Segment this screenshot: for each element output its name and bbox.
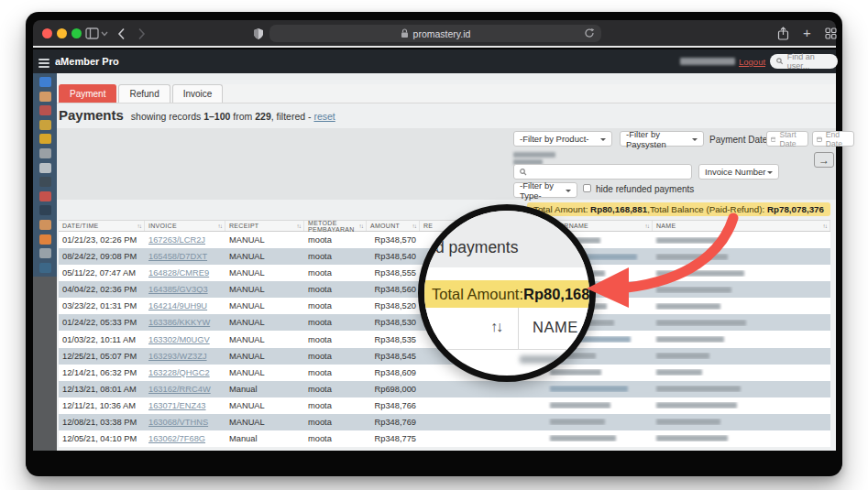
affiliates-group-icon[interactable] bbox=[39, 177, 51, 187]
invoice-link[interactable]: 163228/QHGC2 bbox=[148, 368, 210, 377]
column-header-amount[interactable]: AMOUNT↑↓ bbox=[367, 221, 420, 231]
invoice-link[interactable]: 163071/ENZ43 bbox=[148, 401, 206, 410]
address-bar[interactable]: promastery.id bbox=[269, 25, 601, 42]
apply-date-filter-button[interactable]: → bbox=[814, 152, 834, 168]
tab-invoice[interactable]: Invoice bbox=[172, 84, 224, 103]
loupe-table-header: ↑↓ NAME bbox=[424, 308, 589, 350]
invoice-link[interactable]: 165458/D7DXT bbox=[148, 252, 207, 261]
cell-date: 05/11/22, 07:47 AM bbox=[59, 268, 145, 278]
invoice-link[interactable]: 163062/7F68G bbox=[148, 434, 205, 443]
invoice-link[interactable]: 163068/VTHNS bbox=[148, 418, 208, 427]
helpdesk-agent-icon[interactable] bbox=[39, 220, 51, 230]
column-header-invoice[interactable]: INVOICE↑↓ bbox=[145, 221, 225, 231]
cell-date: 04/04/22, 02:36 PM bbox=[59, 285, 145, 294]
cell-receipt: MANUAL bbox=[225, 401, 304, 410]
end-date-input[interactable]: End Date bbox=[812, 131, 854, 147]
sort-icon[interactable]: ↑↓ bbox=[218, 223, 223, 229]
invoice-link[interactable]: 163386/KKKYW bbox=[148, 318, 210, 327]
invoice-link[interactable]: 167263/LCR2J bbox=[148, 235, 205, 245]
users-icon[interactable] bbox=[39, 92, 51, 102]
cell-username-redacted bbox=[546, 402, 653, 408]
column-header-date-time[interactable]: DATE/TIME↑↓ bbox=[59, 221, 145, 231]
cell-amount: Rp348,535 bbox=[367, 335, 420, 344]
payments-search-input[interactable] bbox=[513, 164, 692, 180]
invoice-link[interactable]: 164214/9UH9U bbox=[148, 301, 207, 310]
cell-metode-pembayaran: moota bbox=[304, 335, 367, 344]
cell-metode-pembayaran: moota bbox=[304, 352, 367, 361]
tab-payment[interactable]: Payment bbox=[59, 84, 116, 103]
magnifier-loupe: d payments Total Amount: Rp80,168,881,To… bbox=[418, 204, 596, 382]
sidebar-toggle-icon[interactable] bbox=[85, 27, 99, 39]
invoice-link[interactable]: 163302/M0UGV bbox=[148, 335, 210, 344]
invoice-number-select[interactable]: Invoice Number bbox=[698, 164, 779, 180]
reports-chart-icon[interactable] bbox=[39, 105, 51, 115]
cell-date: 12/08/21, 03:38 PM bbox=[59, 418, 145, 427]
cell-date: 03/23/22, 01:31 PM bbox=[59, 301, 145, 310]
dashboard-gauge-icon[interactable] bbox=[39, 234, 51, 245]
column-header-metode-pembayaran[interactable]: METODE PEMBAYARAN↑↓ bbox=[304, 221, 367, 231]
cell-invoice: 163228/QHGC2 bbox=[145, 368, 225, 377]
logout-link[interactable]: Logout bbox=[739, 57, 765, 67]
cell-metode-pembayaran: moota bbox=[304, 385, 367, 394]
sort-icon[interactable]: ↑↓ bbox=[137, 223, 142, 229]
tab-overview-icon[interactable] bbox=[825, 27, 837, 39]
column-header-receipt[interactable]: RECEIPT↑↓ bbox=[225, 221, 304, 231]
utilities-wrench-icon[interactable] bbox=[39, 248, 51, 258]
close-window-button[interactable] bbox=[42, 28, 52, 38]
zoom-window-button[interactable] bbox=[71, 28, 82, 38]
admin-username-redacted bbox=[680, 58, 735, 65]
cell-date: 01/21/23, 02:26 PM bbox=[59, 235, 145, 245]
invoice-link[interactable]: 163293/WZ3ZJ bbox=[148, 352, 207, 361]
cart-icon[interactable] bbox=[39, 163, 51, 173]
content-books-icon[interactable] bbox=[39, 205, 51, 215]
cell-date: 12/25/21, 05:07 PM bbox=[59, 352, 145, 361]
back-icon[interactable] bbox=[117, 27, 126, 40]
protect-lock-icon[interactable] bbox=[39, 134, 51, 144]
forward-icon[interactable] bbox=[137, 27, 146, 40]
cell-name-redacted bbox=[653, 419, 830, 425]
privacy-shield-icon[interactable] bbox=[253, 27, 264, 40]
share-icon[interactable] bbox=[777, 27, 789, 40]
site-title: aMember Pro bbox=[55, 56, 119, 67]
sort-icon[interactable]: ↑↓ bbox=[359, 223, 364, 229]
form-editor-pen-icon[interactable] bbox=[39, 191, 51, 201]
dashboard-icon[interactable] bbox=[39, 77, 51, 87]
invoice-link[interactable]: 164385/GV3Q3 bbox=[148, 285, 208, 294]
filter-paysystem-select[interactable]: -Filter by Paysysten bbox=[620, 131, 704, 147]
sort-icon[interactable]: ↑↓ bbox=[823, 223, 828, 229]
minimize-window-button[interactable] bbox=[57, 28, 67, 38]
cell-amount: Rp348,540 bbox=[367, 252, 420, 261]
cell-invoice: 163062/7F68G bbox=[145, 434, 225, 443]
cell-receipt: Manual bbox=[225, 434, 304, 443]
sort-icon[interactable]: ↑↓ bbox=[412, 223, 417, 229]
cell-name-redacted bbox=[653, 353, 830, 359]
find-user-search[interactable]: Find an user... bbox=[770, 54, 838, 69]
settings-gear-icon[interactable] bbox=[39, 148, 51, 158]
sidebar-lower-area bbox=[33, 277, 57, 451]
invoice-link[interactable]: 164828/CMRE9 bbox=[148, 268, 209, 278]
products-briefcase-icon[interactable] bbox=[39, 120, 51, 130]
browser-toolbar: promastery.id + bbox=[33, 20, 836, 48]
help-globe-icon[interactable] bbox=[39, 263, 51, 273]
hamburger-menu-icon[interactable] bbox=[38, 57, 49, 70]
cell-date: 12/05/21, 04:10 PM bbox=[59, 434, 145, 443]
new-tab-icon[interactable]: + bbox=[803, 25, 811, 40]
admin-sidebar bbox=[33, 73, 57, 277]
loupe-total-strip: Total Amount: Rp80,168,881,To bbox=[424, 280, 589, 308]
reload-icon[interactable] bbox=[584, 27, 595, 38]
cell-username-redacted bbox=[546, 386, 653, 392]
cell-metode-pembayaran: moota bbox=[304, 318, 367, 327]
filter-type-select[interactable]: -Filter by Type- bbox=[513, 182, 577, 198]
reset-filter-link[interactable]: reset bbox=[313, 111, 335, 122]
tab-refund[interactable]: Refund bbox=[118, 84, 170, 103]
hide-refunded-checkbox[interactable] bbox=[583, 184, 591, 192]
chevron-down-icon[interactable] bbox=[101, 31, 108, 37]
cell-receipt: MANUAL bbox=[225, 235, 304, 245]
filter-product-select[interactable]: -Filter by Product- bbox=[513, 131, 612, 147]
cell-metode-pembayaran: moota bbox=[304, 235, 367, 245]
sort-icon[interactable]: ↑↓ bbox=[297, 223, 302, 229]
invoice-link[interactable]: 163162/RRC4W bbox=[148, 385, 211, 394]
cell-receipt: MANUAL bbox=[225, 352, 304, 361]
search-icon bbox=[520, 169, 527, 176]
hide-refunded-label: hide refunded payments bbox=[596, 184, 694, 194]
